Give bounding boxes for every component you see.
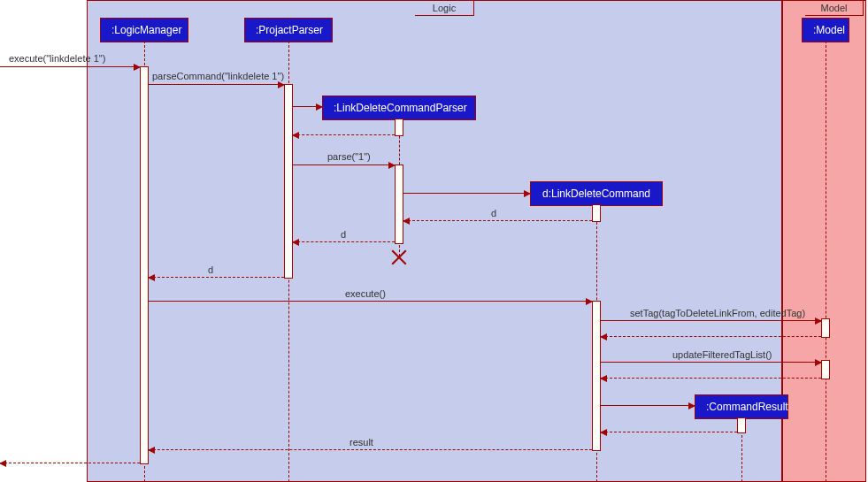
activation-model-2: [821, 360, 830, 379]
label-update-filtered: updateFilteredTagList(): [672, 349, 772, 360]
sequence-diagram: Logic Model :LogicManager :ProjactParser…: [0, 0, 868, 482]
activation-command-result: [737, 417, 746, 433]
msg-create-ldc: [403, 193, 530, 194]
region-model: Model: [782, 0, 866, 482]
msg-parse: [293, 164, 395, 165]
activation-ldcp-1: [395, 119, 403, 136]
participant-projact-parser: :ProjactParser: [244, 18, 333, 42]
participant-logic-manager: :LogicManager: [100, 18, 188, 42]
label-return-d3: d: [208, 264, 213, 275]
msg-result: [149, 449, 592, 450]
label-result: result: [350, 437, 373, 448]
msg-return-d2: [293, 241, 395, 242]
activation-logic-manager: [140, 66, 149, 464]
participant-link-delete-command: d:LinkDeleteCommand: [530, 181, 663, 206]
msg-execute-in: [0, 66, 140, 67]
msg-update-filtered: [601, 362, 821, 363]
lifeline-model: [826, 41, 826, 482]
msg-return-ldcp-ctor: [293, 134, 395, 135]
region-logic-title: Logic: [415, 1, 474, 16]
label-set-tag: setTag(tagToDeleteLinkFrom, editedTag): [630, 308, 805, 318]
label-parse: parse("1"): [327, 151, 371, 162]
label-execute: execute(): [345, 288, 386, 299]
msg-set-tag: [601, 320, 821, 321]
label-return-d2: d: [341, 229, 346, 240]
msg-create-ldcp: [293, 106, 322, 107]
label-return-d1: d: [491, 208, 496, 218]
activation-projact-parser: [284, 84, 293, 279]
msg-set-tag-return: [601, 336, 821, 337]
participant-command-result: :CommandResult: [695, 394, 788, 419]
msg-execute: [149, 301, 592, 302]
msg-return-external: [0, 463, 140, 463]
msg-return-d1: [403, 220, 592, 221]
msg-return-d3: [149, 277, 284, 278]
label-execute-in: execute("linkdelete 1"): [9, 53, 105, 64]
msg-command-result-return: [601, 432, 737, 432]
activation-ldc-create: [592, 204, 601, 222]
activation-model-1: [821, 318, 830, 338]
msg-parse-command: [149, 84, 284, 85]
participant-link-delete-command-parser: :LinkDeleteCommandParser: [322, 96, 476, 120]
participant-model: :Model: [802, 18, 849, 42]
region-model-title: Model: [805, 1, 864, 16]
destroy-ldcp: [391, 249, 407, 265]
msg-update-filtered-return: [601, 378, 821, 379]
msg-create-command-result: [601, 405, 695, 406]
label-parse-command: parseCommand("linkdelete 1"): [152, 71, 284, 81]
activation-ldcp-2: [395, 164, 403, 244]
